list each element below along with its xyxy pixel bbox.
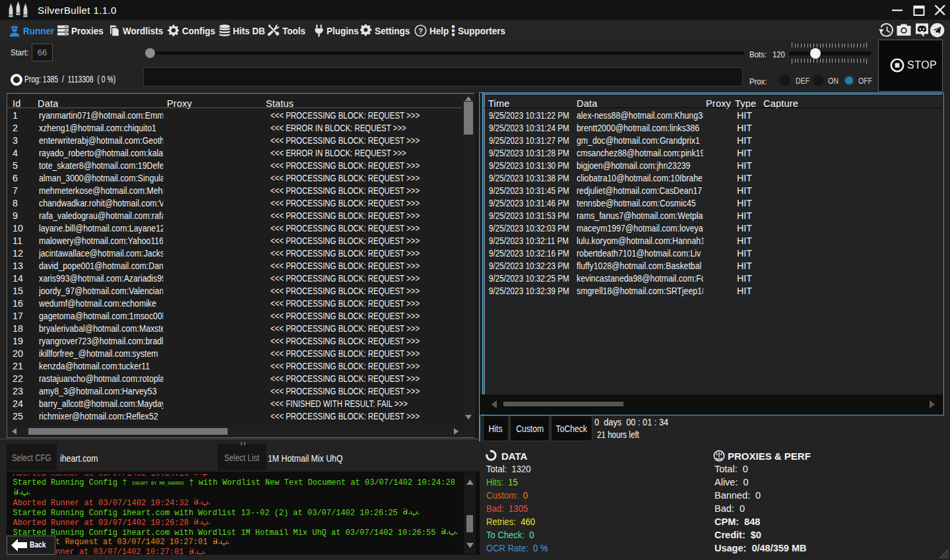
svg-text:?: ? — [418, 26, 423, 34]
